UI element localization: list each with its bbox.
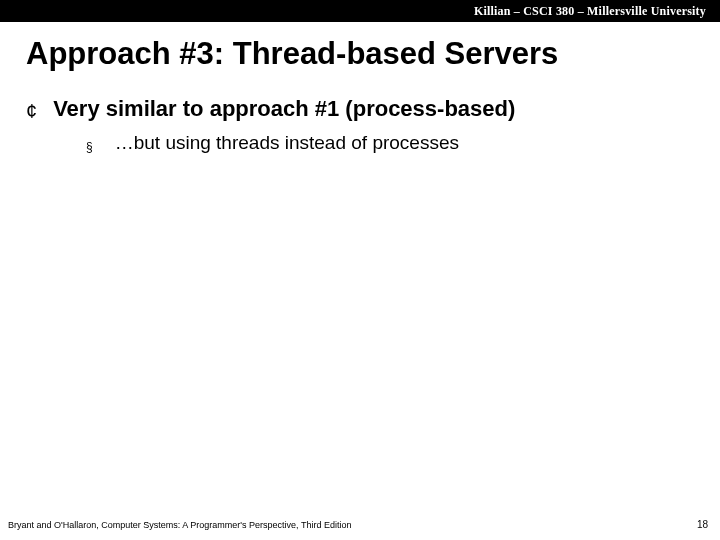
bullet-symbol-l1: ¢ [26,101,37,121]
bullet-symbol-l2: § [86,140,93,154]
slide: Killian – CSCI 380 – Millersville Univer… [0,0,720,540]
header-bar: Killian – CSCI 380 – Millersville Univer… [0,0,720,22]
bullet-text-l2: …but using threads instead of processes [115,132,459,154]
bullet-level1: ¢ Very similar to approach #1 (process-b… [26,96,720,122]
page-number: 18 [697,519,708,530]
bullet-level2: § …but using threads instead of processe… [86,132,720,154]
course-label: Killian – CSCI 380 – Millersville Univer… [474,4,706,19]
footer-citation: Bryant and O'Hallaron, Computer Systems:… [8,520,351,530]
bullet-text-l1: Very similar to approach #1 (process-bas… [53,96,515,122]
slide-title: Approach #3: Thread-based Servers [26,36,720,72]
slide-body: ¢ Very similar to approach #1 (process-b… [26,96,720,154]
